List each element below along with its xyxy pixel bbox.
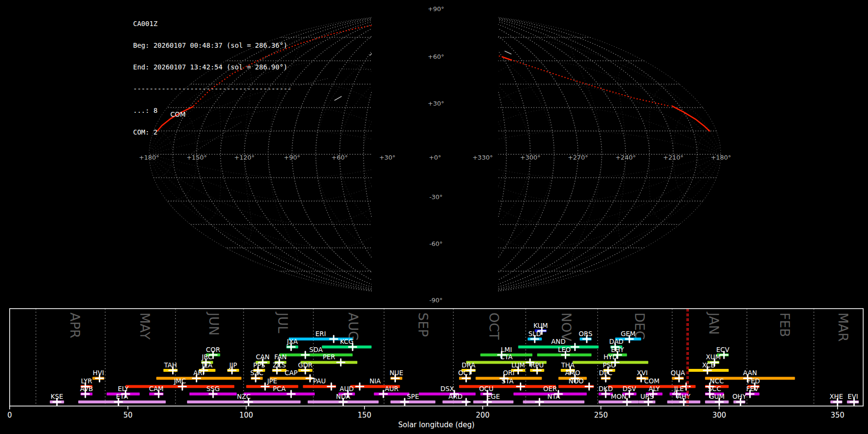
shower-code-label: FED xyxy=(747,377,760,385)
shower-code-label: AUD xyxy=(339,385,354,393)
longitude-label: +300° xyxy=(520,154,541,161)
shower-code-label: JIP xyxy=(229,361,237,369)
meteor-observation-screen: CA001Z Beg: 20260107 00:48:37 (sol = 286… xyxy=(0,0,868,434)
shower-code-label: AAN xyxy=(743,369,757,377)
shower-code-label: GDR xyxy=(298,361,312,369)
month-label: JUN xyxy=(206,312,221,336)
shower-code-label: KSE xyxy=(51,393,63,400)
shower-RPU: RPU xyxy=(530,361,544,374)
shower-code-label: EVI xyxy=(848,393,858,400)
shower-code-label: JPE xyxy=(267,377,277,385)
shower-AVB: AVB xyxy=(80,385,93,398)
station-id: CA001Z xyxy=(133,20,292,27)
shower-code-label: COR xyxy=(206,346,220,353)
shower-code-label: DPC xyxy=(599,369,612,377)
red-solid-arc xyxy=(672,106,709,131)
longitude-label: +330° xyxy=(473,154,493,161)
shower-code-label: XCB xyxy=(702,361,715,369)
shower-code-label: DKD xyxy=(598,385,613,393)
shower-code-label: COM xyxy=(644,377,660,385)
activity-bar xyxy=(187,401,300,404)
shower-code-label: ETA xyxy=(116,393,129,400)
shower-code-label: DSX xyxy=(440,385,454,393)
shower-code-label: LYR xyxy=(81,377,92,385)
month-label: JAN xyxy=(706,312,721,335)
shower-QUA: QUA xyxy=(671,369,686,382)
latitude-label: -30° xyxy=(429,193,443,201)
longitude-label: +180° xyxy=(711,154,731,161)
shower-code-label: MON xyxy=(611,393,626,400)
longitude-label: +120° xyxy=(234,154,255,161)
shower-code-label: NOO xyxy=(569,377,583,385)
shower-XCB: XCB xyxy=(689,361,729,374)
shower-code-label: SCC xyxy=(708,385,721,393)
shower-code-label: OER xyxy=(543,385,557,393)
shower-code-label: ERI xyxy=(315,330,326,338)
shower-code-label: ECV xyxy=(716,346,730,353)
shower-code-label: DSV xyxy=(623,385,637,393)
shower-code-label: JRC xyxy=(202,353,213,361)
meteor-track xyxy=(335,96,341,100)
axis-tick-label: 200 xyxy=(476,411,490,420)
activity-bar xyxy=(279,353,353,356)
axis-tick-label: 100 xyxy=(239,411,253,420)
shower-code-label: CAM xyxy=(149,385,163,393)
shower-code-label: EHY xyxy=(611,346,624,353)
axis-tick-label: 150 xyxy=(357,411,371,420)
shower-code-label: OCU xyxy=(479,385,493,393)
axis-tick-label: 300 xyxy=(712,411,726,420)
longitude-label: +90° xyxy=(284,154,300,161)
shower-FEV: FEV xyxy=(745,385,759,398)
meteor-track xyxy=(404,58,409,61)
longitude-label: +30° xyxy=(379,154,395,161)
axis-tick-label: 250 xyxy=(594,411,608,420)
shower-code-label: THA xyxy=(561,361,575,369)
latitude-label: +90° xyxy=(428,5,444,13)
meteor-track xyxy=(390,70,401,73)
shower-OCT: OCT xyxy=(458,369,472,382)
peak-marker xyxy=(330,336,338,342)
month-label: SEP xyxy=(416,312,431,337)
latitude-label: -90° xyxy=(429,297,443,304)
count-com: COM: 2 xyxy=(133,129,292,136)
month-label: JUL xyxy=(275,312,290,333)
shower-DPC: DPC xyxy=(599,369,612,382)
shower-code-label: NCC xyxy=(710,377,724,385)
shower-code-label: TAH xyxy=(163,361,177,369)
shower-code-label: HYD xyxy=(603,353,617,361)
shower-code-label: PER xyxy=(323,353,335,361)
shower-code-label: ZCS xyxy=(273,361,286,369)
axis-tick-label: 50 xyxy=(123,411,133,420)
shower-URS: URS xyxy=(639,393,655,406)
peak-marker xyxy=(301,352,309,358)
activity-bar xyxy=(523,401,584,404)
longitude-label: +270° xyxy=(568,154,588,161)
shower-code-label: XUM xyxy=(706,353,721,361)
shower-code-label: JEA xyxy=(202,361,213,369)
shower-code-label: LEO xyxy=(558,346,571,353)
shower-code-label: SPE xyxy=(407,393,419,400)
sky-and-activity-plot: +90°+60°+30°-30°-60°-90°+180°+150°+120°+… xyxy=(0,0,868,434)
current-sol-cursor xyxy=(687,309,689,406)
peak-marker xyxy=(571,344,579,351)
shower-code-label: SZC xyxy=(250,369,263,377)
shower-OHY: OHY xyxy=(732,393,747,406)
shower-code-label: CAN xyxy=(256,353,270,361)
month-label: FEB xyxy=(777,312,792,337)
shower-code-label: AND xyxy=(551,338,566,345)
shower-code-label: XHE xyxy=(829,393,843,400)
meteor-track xyxy=(441,81,447,88)
shower-code-label: RPU xyxy=(530,361,543,369)
shower-code-label: PSU xyxy=(603,361,616,369)
meteor-tracks xyxy=(335,40,511,100)
shower-code-label: ARI xyxy=(193,369,204,377)
shower-code-label: NTA xyxy=(547,393,560,400)
shower-code-label: NDA xyxy=(336,393,351,400)
longitude-label: +240° xyxy=(615,154,636,161)
shower-code-label: ARD xyxy=(448,393,462,400)
activity-bar xyxy=(322,346,371,349)
meteor-track xyxy=(413,44,419,48)
shower-code-label: ORI xyxy=(503,369,515,377)
shower-JXA: JXA xyxy=(286,338,298,351)
peak-marker xyxy=(462,399,470,406)
